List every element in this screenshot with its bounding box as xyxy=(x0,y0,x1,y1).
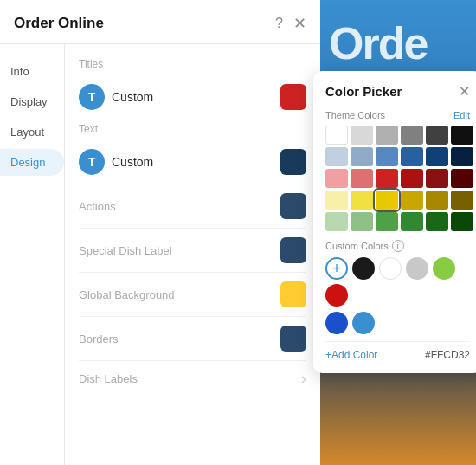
design-settings: Titles T Custom Text T Custom Actions Sp… xyxy=(65,44,320,465)
add-custom-color-button[interactable]: + xyxy=(325,257,348,280)
dish-labels-label: Dish Labels xyxy=(79,372,301,385)
edit-link[interactable]: Edit xyxy=(453,110,470,120)
theme-color-21[interactable] xyxy=(376,191,398,210)
theme-color-14[interactable] xyxy=(351,169,373,188)
theme-color-7[interactable] xyxy=(325,147,348,166)
custom-color-blue[interactable] xyxy=(352,312,375,334)
borders-label: Borders xyxy=(79,333,280,346)
theme-color-1[interactable] xyxy=(325,126,348,145)
borders-row: Borders xyxy=(79,317,306,361)
theme-color-9[interactable] xyxy=(376,147,398,166)
custom-colors-section: Custom Colors i + xyxy=(325,240,470,334)
theme-color-grid xyxy=(325,126,470,231)
theme-color-8[interactable] xyxy=(351,147,373,166)
app-title: Order Online xyxy=(14,15,275,32)
dish-labels-row: Dish Labels › xyxy=(79,361,306,397)
color-picker-close-icon[interactable]: ✕ xyxy=(459,83,470,100)
color-picker-title: Color Picker xyxy=(325,84,459,99)
theme-color-30[interactable] xyxy=(451,212,473,231)
sidebar-item-display[interactable]: Display xyxy=(0,88,64,115)
actions-row: Actions xyxy=(79,184,306,229)
special-dish-label-row: Special Dish Label xyxy=(79,229,306,273)
text-color-swatch[interactable] xyxy=(280,149,306,175)
sidebar-item-layout[interactable]: Layout xyxy=(0,119,64,145)
theme-color-2[interactable] xyxy=(351,126,373,145)
color-picker-footer: +Add Color #FFCD32 xyxy=(325,341,470,361)
theme-colors-section: Theme Colors Edit xyxy=(325,110,470,120)
theme-color-13[interactable] xyxy=(325,169,348,188)
custom-color-black[interactable] xyxy=(352,257,375,280)
dish-labels-chevron[interactable]: › xyxy=(301,370,306,388)
text-row: T Custom xyxy=(79,140,306,184)
color-picker-popup: Color Picker ✕ Theme Colors Edit xyxy=(313,71,476,373)
special-dish-color-swatch[interactable] xyxy=(280,237,306,263)
theme-color-23[interactable] xyxy=(426,191,448,210)
custom-colors-label: Custom Colors xyxy=(325,241,389,251)
text-value: Custom xyxy=(112,155,280,169)
add-color-button[interactable]: +Add Color xyxy=(325,349,377,361)
titles-color-swatch[interactable] xyxy=(280,84,306,110)
custom-color-green[interactable] xyxy=(433,257,455,280)
theme-color-26[interactable] xyxy=(351,212,373,231)
theme-color-18[interactable] xyxy=(451,169,473,188)
borders-color-swatch[interactable] xyxy=(280,326,306,352)
theme-color-4[interactable] xyxy=(401,126,423,145)
help-icon[interactable]: ? xyxy=(275,16,283,31)
global-background-color-swatch[interactable] xyxy=(280,281,306,307)
main-panel: Order Online ? ✕ Info Display Layout Des… xyxy=(0,0,320,465)
global-background-label: Global Background xyxy=(79,288,280,301)
titles-section-label: Titles xyxy=(79,58,306,70)
custom-color-darkblue[interactable] xyxy=(325,312,348,334)
theme-color-25[interactable] xyxy=(325,212,348,231)
sidebar: Info Display Layout Design xyxy=(0,44,65,465)
header: Order Online ? ✕ xyxy=(0,0,320,44)
custom-colors-row-1: + xyxy=(325,257,470,307)
theme-color-5[interactable] xyxy=(426,126,448,145)
titles-value: Custom xyxy=(112,90,280,104)
theme-color-29[interactable] xyxy=(426,212,448,231)
text-section-label: Text xyxy=(79,123,306,135)
titles-row: T Custom xyxy=(79,75,306,119)
theme-color-20[interactable] xyxy=(351,191,373,210)
theme-color-12[interactable] xyxy=(451,147,473,166)
sidebar-item-info[interactable]: Info xyxy=(0,58,64,85)
close-icon[interactable]: ✕ xyxy=(293,14,306,33)
custom-color-gray[interactable] xyxy=(406,257,428,280)
theme-color-19[interactable] xyxy=(325,191,348,210)
theme-color-22[interactable] xyxy=(401,191,423,210)
theme-color-28[interactable] xyxy=(401,212,423,231)
custom-color-red[interactable] xyxy=(325,284,348,307)
custom-color-white[interactable] xyxy=(379,257,402,280)
theme-color-17[interactable] xyxy=(426,169,448,188)
titles-type-icon[interactable]: T xyxy=(79,84,105,110)
sidebar-item-design[interactable]: Design xyxy=(0,149,64,176)
theme-color-16[interactable] xyxy=(401,169,423,188)
custom-colors-row-2 xyxy=(325,312,470,334)
text-type-icon[interactable]: T xyxy=(79,149,105,175)
color-picker-header: Color Picker ✕ xyxy=(325,83,470,100)
theme-color-11[interactable] xyxy=(426,147,448,166)
theme-color-10[interactable] xyxy=(401,147,423,166)
global-background-row: Global Background xyxy=(79,273,306,317)
theme-color-6[interactable] xyxy=(451,126,473,145)
actions-color-swatch[interactable] xyxy=(280,193,306,219)
theme-color-24[interactable] xyxy=(451,191,473,210)
info-icon[interactable]: i xyxy=(392,240,404,252)
theme-color-3[interactable] xyxy=(376,126,398,145)
theme-colors-label: Theme Colors xyxy=(325,110,385,120)
special-dish-label: Special Dish Label xyxy=(79,244,280,257)
hex-value: #FFCD32 xyxy=(425,349,470,361)
custom-colors-header: Custom Colors i xyxy=(325,240,470,252)
theme-color-27[interactable] xyxy=(376,212,398,231)
theme-color-15[interactable] xyxy=(376,169,398,188)
actions-label: Actions xyxy=(79,200,280,213)
content-area: Info Display Layout Design Titles T Cust… xyxy=(0,44,320,465)
